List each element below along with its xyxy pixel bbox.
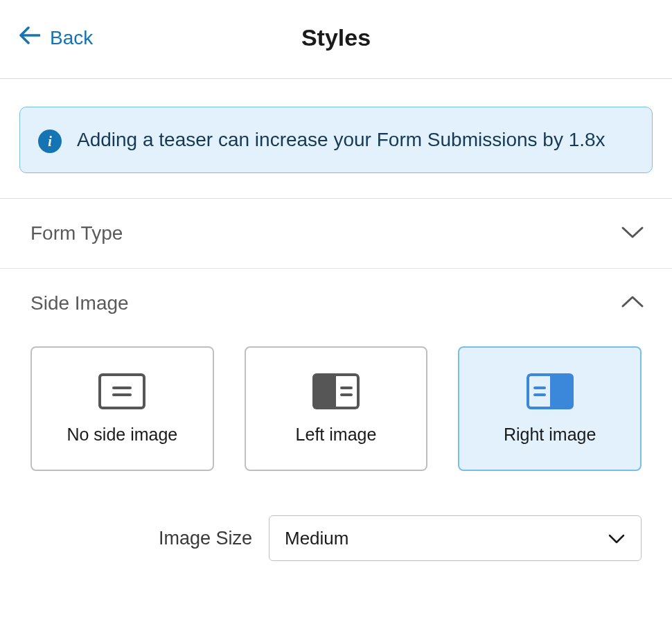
info-banner: i Adding a teaser can increase your Form… — [19, 107, 653, 173]
arrow-left-icon — [19, 26, 40, 49]
image-size-value: Medium — [285, 528, 348, 549]
page-title: Styles — [301, 24, 371, 51]
accordion-side-image[interactable]: Side Image — [0, 269, 672, 338]
side-image-options: No side image Left image — [30, 346, 642, 471]
accordion-form-type-label: Form Type — [30, 222, 123, 245]
image-size-label: Image Size — [30, 528, 252, 549]
chevron-up-icon — [621, 295, 644, 312]
chevron-down-icon — [608, 528, 626, 549]
left-image-icon — [312, 373, 360, 409]
no-side-image-icon — [98, 373, 145, 409]
right-image-icon — [527, 373, 574, 409]
image-size-select[interactable]: Medium — [269, 515, 642, 561]
info-banner-text: Adding a teaser can increase your Form S… — [77, 125, 605, 154]
chevron-down-icon — [621, 225, 644, 242]
back-button[interactable]: Back — [19, 26, 93, 49]
accordion-side-image-label: Side Image — [30, 292, 129, 314]
option-left-image[interactable]: Left image — [245, 346, 428, 471]
option-right-image[interactable]: Right image — [458, 346, 642, 471]
back-label: Back — [50, 27, 93, 49]
accordion-form-type[interactable]: Form Type — [0, 199, 672, 269]
option-label: Left image — [296, 425, 377, 445]
option-label: No side image — [67, 425, 177, 445]
option-no-side-image[interactable]: No side image — [30, 346, 214, 471]
info-icon: i — [38, 130, 62, 153]
option-label: Right image — [504, 425, 596, 445]
page-header: Back Styles — [0, 0, 672, 79]
image-size-field: Image Size Medium — [0, 496, 672, 575]
